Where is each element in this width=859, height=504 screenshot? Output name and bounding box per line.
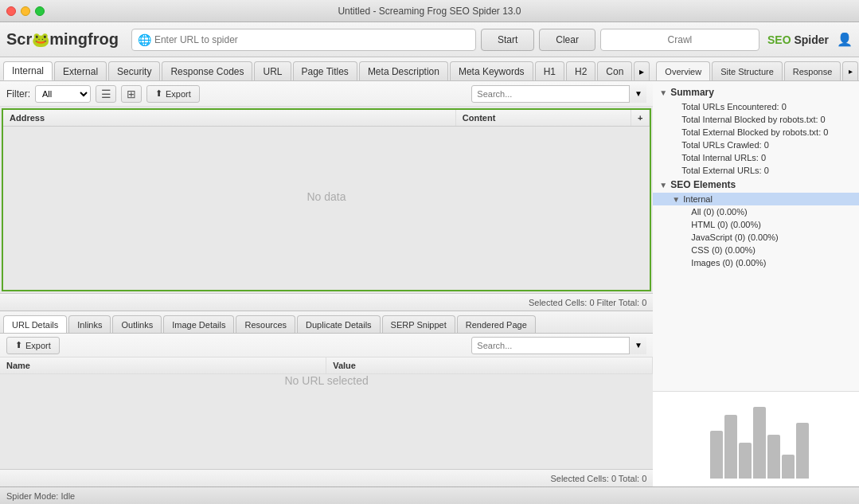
tab-meta-keywords[interactable]: Meta Keywords (450, 61, 533, 80)
bottom-search-input[interactable] (471, 337, 646, 354)
minimize-button[interactable] (21, 6, 30, 16)
url-input[interactable] (131, 29, 476, 51)
right-tab-site-structure[interactable]: Site Structure (712, 61, 783, 80)
chart-bar-1 (710, 431, 723, 479)
bottom-tab-duplicate-details[interactable]: Duplicate Details (297, 315, 381, 333)
seo-arrow: ▼ (659, 181, 667, 189)
window-title: Untitled - Screaming Frog SEO Spider 13.… (338, 6, 521, 17)
tab-response-codes[interactable]: Response Codes (162, 61, 252, 80)
summary-arrow: ▼ (659, 88, 667, 97)
summary-label: Summary (670, 87, 714, 98)
tree-section-summary[interactable]: ▼ Summary (653, 84, 859, 100)
export-label: Export (166, 89, 191, 99)
tab-internal[interactable]: Internal (3, 61, 53, 80)
bottom-filter-bar: ⬆ Export ▼ (0, 334, 653, 357)
url-input-wrapper: 🌐 (131, 29, 476, 51)
main-content: Internal External Security Response Code… (0, 57, 859, 486)
right-chart (653, 391, 859, 486)
col-value: Value (326, 357, 653, 373)
chart-bar-5 (767, 435, 780, 479)
list-view-button[interactable]: ☰ (96, 85, 116, 103)
right-tab-more[interactable]: ▸ (842, 61, 858, 80)
col-add[interactable]: + (631, 110, 649, 127)
tree-total-urls: Total URLs Encountered: 0 (653, 100, 859, 113)
tree-section-seo[interactable]: ▼ SEO Elements (653, 177, 859, 193)
title-bar: Untitled - Screaming Frog SEO Spider 13.… (0, 0, 859, 22)
bottom-status-bar: Selected Cells: 0 Total: 0 (0, 469, 653, 486)
bottom-export-label: Export (25, 341, 51, 350)
right-tabs-bar: Overview Site Structure Response ▸ (653, 57, 859, 81)
bottom-tab-rendered-page[interactable]: Rendered Page (457, 315, 536, 333)
tab-con[interactable]: Con (597, 61, 632, 80)
tree-images-item[interactable]: Images (0) (0.00%) (653, 256, 859, 269)
bottom-export-button[interactable]: ⬆ Export (6, 337, 60, 354)
col-name: Name (0, 357, 326, 373)
chart-bars (710, 407, 809, 479)
search-input[interactable] (471, 85, 646, 103)
right-tab-response[interactable]: Response (784, 61, 841, 80)
bottom-status-text: Selected Cells: 0 Total: 0 (550, 474, 646, 483)
logo-text: Scr (6, 30, 32, 49)
tree-internal-blocked: Total Internal Blocked by robots.txt: 0 (653, 113, 859, 126)
internal-arrow: ▼ (672, 195, 680, 204)
bottom-tab-inlinks[interactable]: Inlinks (68, 315, 111, 333)
tab-url[interactable]: URL (254, 61, 291, 80)
tree-all-item[interactable]: All (0) (0.00%) (653, 205, 859, 218)
chart-bar-6 (782, 455, 795, 479)
close-button[interactable] (6, 6, 16, 16)
lower-table-wrapper: No URL selected (0, 374, 653, 469)
search-wrapper: ▼ (471, 85, 646, 103)
seo-spider-label: SEO Spider (767, 33, 829, 46)
export-button[interactable]: ⬆ Export (146, 85, 200, 103)
tab-h1[interactable]: H1 (535, 61, 564, 80)
internal-label: Internal (683, 194, 713, 204)
bottom-tab-serp-snippet[interactable]: SERP Snippet (382, 315, 455, 333)
filter-select[interactable]: All HTML JavaScript CSS Images (35, 85, 91, 103)
filter-bar: Filter: All HTML JavaScript CSS Images ☰… (0, 81, 653, 107)
upper-table-wrapper: Address Content + No data (2, 108, 651, 291)
user-icon[interactable]: 👤 (837, 32, 853, 47)
no-data-message: No data (3, 127, 650, 203)
crawl-input-wrapper (600, 29, 759, 51)
tab-page-titles[interactable]: Page Titles (293, 61, 357, 80)
logo-text2: mingfrog (49, 30, 119, 49)
tree-internal-item[interactable]: ▼ Internal (653, 193, 859, 205)
tree-html-item[interactable]: HTML (0) (0.00%) (653, 218, 859, 231)
tree-external-blocked: Total External Blocked by robots.txt: 0 (653, 126, 859, 139)
tab-security[interactable]: Security (108, 61, 160, 80)
upper-status-text: Selected Cells: 0 Filter Total: 0 (529, 298, 646, 307)
logo-area: Scr 🐸 mingfrog (6, 30, 119, 49)
tree-external-urls: Total External URLs: 0 (653, 164, 859, 177)
col-address: Address (3, 110, 455, 127)
toolbar: Scr 🐸 mingfrog 🌐 Start Clear SEO Spider … (0, 22, 859, 57)
right-tree: ▼ Summary Total URLs Encountered: 0 Tota… (653, 81, 859, 391)
bottom-tab-outlinks[interactable]: Outlinks (112, 315, 162, 333)
tab-more-button[interactable]: ▸ (634, 61, 650, 80)
clear-button[interactable]: Clear (539, 29, 595, 51)
crawl-input[interactable] (600, 29, 759, 51)
spider-label: Spider (794, 33, 829, 46)
tree-css-item[interactable]: CSS (0) (0.00%) (653, 244, 859, 256)
bottom-search-dropdown[interactable]: ▼ (629, 337, 646, 354)
chart-bar-4 (753, 407, 766, 479)
search-dropdown-button[interactable]: ▼ (629, 85, 646, 103)
bottom-tabs-bar: URL Details Inlinks Outlinks Image Detai… (0, 311, 653, 334)
bottom-search-wrapper: ▼ (471, 337, 646, 354)
maximize-button[interactable] (35, 6, 45, 16)
seo-label: SEO (767, 33, 791, 46)
tab-h2[interactable]: H2 (566, 61, 595, 80)
chart-bar-2 (724, 415, 737, 479)
lower-panel: URL Details Inlinks Outlinks Image Detai… (0, 311, 653, 486)
tab-external[interactable]: External (54, 61, 107, 80)
bottom-tab-image-details[interactable]: Image Details (163, 315, 234, 333)
tab-meta-description[interactable]: Meta Description (359, 61, 448, 80)
chart-bar-7 (796, 423, 809, 479)
tree-internal-urls: Total Internal URLs: 0 (653, 151, 859, 164)
start-button[interactable]: Start (481, 29, 534, 51)
tree-javascript-item[interactable]: JavaScript (0) (0.00%) (653, 231, 859, 244)
grid-view-button[interactable]: ⊞ (121, 85, 142, 103)
bottom-tab-url-details[interactable]: URL Details (3, 315, 67, 333)
chart-bar-3 (739, 443, 752, 479)
bottom-tab-resources[interactable]: Resources (236, 315, 295, 333)
right-tab-overview[interactable]: Overview (656, 61, 710, 80)
